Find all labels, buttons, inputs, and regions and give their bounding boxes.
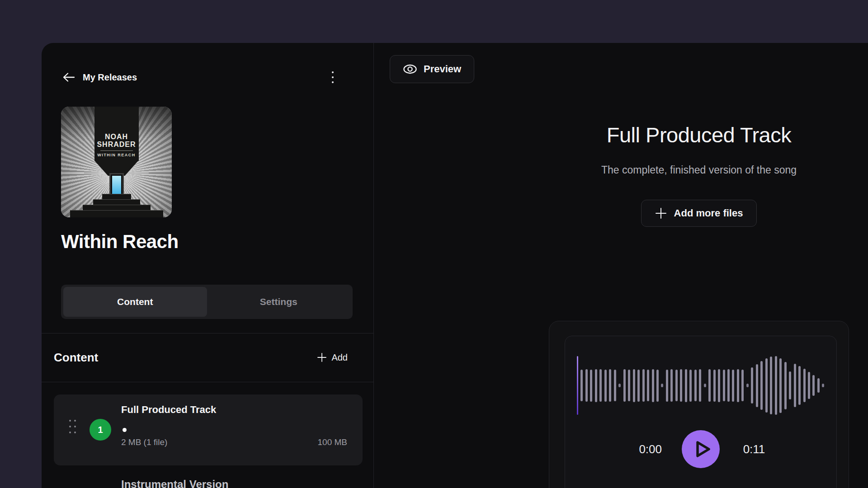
app-window: My Releases NOAH SHRADER WITHIN REACH: [0, 0, 868, 488]
waveform-dot: [661, 384, 663, 387]
release-sidebar: My Releases NOAH SHRADER WITHIN REACH: [42, 43, 374, 488]
waveform-bar: [614, 370, 616, 401]
add-more-files-button[interactable]: Add more files: [641, 200, 757, 227]
waveform-bar: [794, 364, 796, 407]
waveform-bar: [718, 369, 720, 402]
current-time: 0:00: [633, 442, 662, 456]
waveform-bar: [699, 369, 701, 402]
detail-heading: Full Produced Track: [513, 122, 868, 147]
waveform-bar: [798, 366, 801, 405]
waveform-bar: [708, 369, 711, 402]
plus-icon: [317, 352, 327, 362]
waveform-bar: [727, 369, 730, 402]
waveform-bar: [599, 369, 602, 402]
waveform-bar: [580, 370, 583, 401]
waveform-bar: [590, 370, 592, 402]
artwork-artist-line2: SHRADER: [97, 141, 136, 148]
waveform[interactable]: [577, 356, 825, 415]
track-row-full-produced[interactable]: 1 Full Produced Track 2 MB (1 file) 100 …: [54, 394, 363, 465]
detail-pane: Preview Full Produced Track The complete…: [374, 43, 868, 488]
waveform-bar: [784, 362, 787, 409]
audio-player: 0:00 0:11: [565, 336, 837, 488]
waveform-bar: [732, 370, 734, 402]
waveform-bar: [737, 369, 739, 402]
eye-icon: [403, 64, 417, 75]
waveform-bar: [628, 370, 630, 401]
waveform-dot: [704, 384, 706, 387]
track-number-badge: 1: [90, 419, 111, 441]
waveform-bar: [765, 358, 768, 413]
add-more-files-label: Add more files: [674, 207, 743, 219]
waveform-bar: [751, 367, 753, 404]
waveform-bar: [675, 370, 678, 401]
page-title: My Releases: [83, 72, 137, 83]
waveform-dot: [822, 384, 824, 387]
artwork-release-title: WITHIN REACH: [97, 153, 136, 157]
waveform-bar: [803, 369, 806, 402]
waveform-bar: [595, 369, 597, 402]
waveform-bar: [609, 369, 611, 402]
waveform-bar: [680, 369, 682, 402]
status-dot: [123, 428, 127, 432]
waveform-bar: [789, 371, 791, 399]
play-button[interactable]: [682, 430, 720, 468]
section-title: Content: [54, 351, 98, 365]
waveform-bar: [623, 369, 626, 402]
waveform-bar: [808, 372, 810, 399]
add-button[interactable]: Add: [317, 352, 348, 363]
play-icon: [682, 430, 720, 468]
waveform-bar: [652, 369, 654, 402]
waveform-bar: [741, 370, 744, 401]
waveform-bar: [694, 370, 697, 401]
waveform-playhead: [577, 356, 578, 415]
waveform-bar: [689, 370, 692, 402]
artwork-artist-line1: NOAH: [97, 133, 136, 141]
plus-icon: [655, 207, 667, 219]
waveform-bar: [656, 370, 659, 402]
artwork-door: [111, 174, 123, 195]
artwork-stairs: [61, 194, 172, 217]
waveform-bar: [670, 369, 673, 402]
waveform-bar: [760, 361, 763, 410]
add-files-row: Add more files: [549, 200, 849, 227]
back-button[interactable]: [61, 70, 76, 85]
add-button-label: Add: [331, 352, 348, 363]
track-row-instrumental-title[interactable]: Instrumental Version: [121, 478, 228, 488]
detail-subheading: The complete, finished version of the so…: [513, 164, 868, 176]
drag-handle-icon[interactable]: [69, 420, 78, 441]
waveform-bar: [633, 369, 635, 402]
waveform-bar: [812, 375, 815, 396]
tab-content[interactable]: Content: [63, 287, 207, 317]
waveform-bar: [779, 358, 782, 413]
artwork-separator: [100, 150, 133, 151]
waveform-bar: [585, 369, 588, 402]
track-size: 2 MB (1 file): [121, 437, 167, 447]
kebab-menu-button[interactable]: [325, 70, 340, 85]
waveform-dot: [746, 384, 749, 387]
waveform-bar: [713, 370, 716, 402]
artwork-tower: NOAH SHRADER WITHIN REACH: [94, 107, 139, 161]
release-title: Within Reach: [61, 231, 179, 253]
content-section-header: Content Add: [54, 333, 348, 382]
waveform-bar: [775, 356, 777, 415]
waveform-bar: [756, 364, 758, 407]
album-artwork: NOAH SHRADER WITHIN REACH: [61, 107, 172, 217]
preview-button[interactable]: Preview: [390, 55, 474, 83]
waveform-dot: [618, 384, 621, 387]
waveform-bar: [604, 370, 607, 402]
waveform-bar: [770, 357, 772, 414]
track-size-limit: 100 MB: [318, 437, 347, 447]
back-arrow-icon: [62, 72, 75, 82]
preview-button-label: Preview: [424, 63, 461, 75]
waveform-bar: [817, 378, 820, 393]
waveform-bar: [685, 369, 687, 402]
main-panel: My Releases NOAH SHRADER WITHIN REACH: [42, 43, 868, 488]
player-controls: 0:00 0:11: [565, 430, 836, 468]
track-title: Full Produced Track: [121, 404, 216, 416]
waveform-bar: [637, 370, 640, 402]
waveform-bar: [642, 369, 645, 402]
tab-bar: Content Settings: [61, 285, 353, 319]
tab-settings[interactable]: Settings: [207, 287, 351, 317]
waveform-bar: [666, 370, 668, 402]
duration: 0:11: [740, 442, 769, 456]
